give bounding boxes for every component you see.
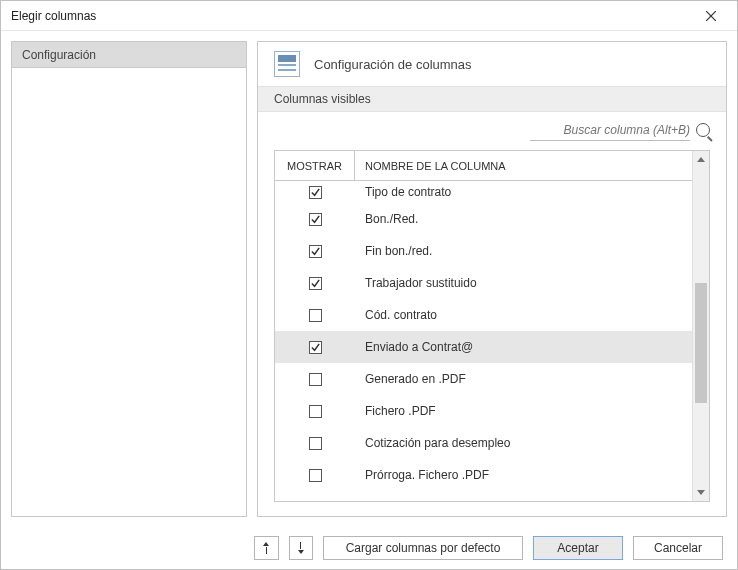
table-row[interactable]: Fichero .PDF [275,395,692,427]
dialog-footer: Cargar columnas por defecto Aceptar Canc… [1,527,737,569]
show-column-checkbox[interactable] [309,277,322,290]
close-button[interactable] [693,2,729,30]
table-row[interactable]: Enviado a Contrat@ [275,331,692,363]
table-header-row: MOSTRAR NOMBRE DE LA COLUMNA [275,151,692,181]
section-label: Columnas visibles [274,92,371,106]
titlebar: Elegir columnas [1,1,737,31]
cell-show [275,341,355,354]
chevron-down-icon [697,490,705,495]
chevron-up-icon [697,157,705,162]
show-column-checkbox[interactable] [309,309,322,322]
dialog-body: Configuración Configuración de columnas … [1,31,737,527]
section-header: Columnas visibles [258,86,726,112]
table-row[interactable]: Trabajador sustituido [275,267,692,299]
cell-show [275,213,355,226]
show-column-checkbox[interactable] [309,469,322,482]
column-name-label: Prórroga. Fichero .PDF [355,468,692,482]
table-row[interactable]: Bon./Red. [275,203,692,235]
search-icon[interactable] [696,123,710,137]
table-row[interactable]: Prórroga. Fichero .PDF [275,459,692,491]
columns-table: MOSTRAR NOMBRE DE LA COLUMNA Tipo de con… [274,150,710,502]
close-icon [706,11,716,21]
column-name-label: Bon./Red. [355,212,692,226]
sidebar-item-configuracion[interactable]: Configuración [12,42,246,68]
table-row[interactable]: Tipo de contrato [275,181,692,203]
cell-show [275,245,355,258]
show-column-checkbox[interactable] [309,405,322,418]
dialog-window: Elegir columnas Configuración Configurac… [0,0,738,570]
cell-show [275,373,355,386]
table-row[interactable]: Fin bon./red. [275,235,692,267]
column-name-label: Trabajador sustituido [355,276,692,290]
accept-button[interactable]: Aceptar [533,536,623,560]
column-name-label: Cód. contrato [355,308,692,322]
right-panel: Configuración de columnas Columnas visib… [257,41,727,517]
show-column-checkbox[interactable] [309,245,322,258]
panel-header: Configuración de columnas [258,42,726,86]
cancel-button[interactable]: Cancelar [633,536,723,560]
show-column-checkbox[interactable] [309,437,322,450]
arrow-down-icon [298,550,304,554]
cell-show [275,405,355,418]
cell-show [275,277,355,290]
arrow-up-icon [263,542,269,546]
cell-show [275,309,355,322]
scroll-up-button[interactable] [693,151,709,168]
cell-show [275,186,355,199]
scrollbar-thumb[interactable] [695,283,707,403]
column-name-label: Enviado a Contrat@ [355,340,692,354]
show-column-checkbox[interactable] [309,186,322,199]
column-name-label: Generado en .PDF [355,372,692,386]
table-row[interactable]: Generado en .PDF [275,363,692,395]
table-row[interactable]: Cotización para desempleo [275,427,692,459]
column-name-label: Tipo de contrato [355,185,692,199]
cell-show [275,437,355,450]
column-name-label: Fin bon./red. [355,244,692,258]
load-default-columns-button[interactable]: Cargar columnas por defecto [323,536,523,560]
window-title: Elegir columnas [11,9,693,23]
search-input[interactable] [530,120,690,141]
table-row[interactable]: Cód. contrato [275,299,692,331]
column-name-label: Cotización para desempleo [355,436,692,450]
show-column-checkbox[interactable] [309,213,322,226]
sidebar-item-label: Configuración [22,48,96,62]
table-body: MOSTRAR NOMBRE DE LA COLUMNA Tipo de con… [275,151,692,501]
panel-title: Configuración de columnas [314,57,472,72]
vertical-scrollbar[interactable] [692,151,709,501]
column-name-label: Fichero .PDF [355,404,692,418]
table-header-name[interactable]: NOMBRE DE LA COLUMNA [355,151,692,180]
move-up-button[interactable] [254,536,278,560]
show-column-checkbox[interactable] [309,341,322,354]
sidebar: Configuración [11,41,247,517]
search-bar [258,112,726,148]
show-column-checkbox[interactable] [309,373,322,386]
table-rows: Tipo de contratoBon./Red.Fin bon./red.Tr… [275,181,692,501]
columns-config-icon [274,51,300,77]
scroll-down-button[interactable] [693,484,709,501]
cell-show [275,469,355,482]
table-header-show[interactable]: MOSTRAR [275,151,355,180]
move-down-button[interactable] [289,536,313,560]
